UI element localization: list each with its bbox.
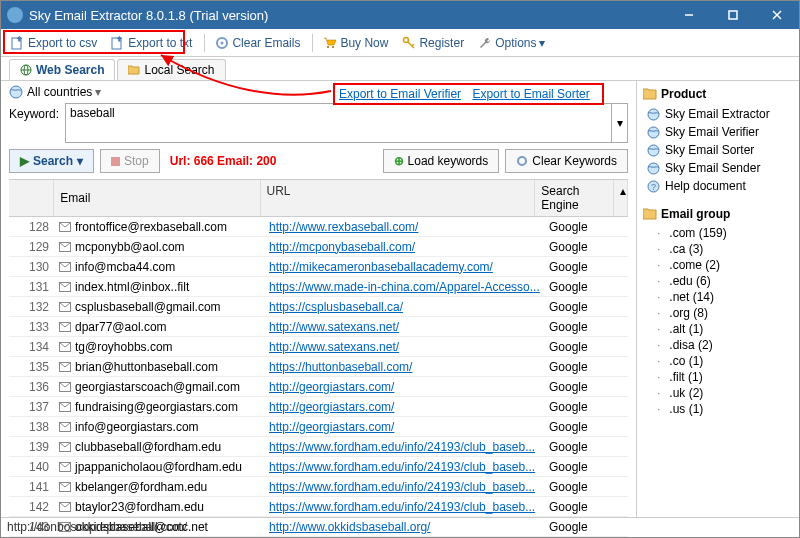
cell-engine: Google [545, 220, 625, 234]
table-row[interactable]: 138info@georgiastars.comhttp://georgiast… [9, 417, 628, 437]
email-group-item[interactable]: .ca (3) [647, 241, 793, 257]
product-item[interactable]: Sky Email Sender [647, 159, 793, 177]
buy-now-button[interactable]: Buy Now [317, 34, 394, 52]
row-number: 141 [9, 480, 55, 494]
email-group-panel-title: Email group [643, 207, 793, 221]
table-row[interactable]: 130info@mcba44.comhttp://mikecameronbase… [9, 257, 628, 277]
product-item[interactable]: Sky Email Extractor [647, 105, 793, 123]
cell-url[interactable]: http://georgiastars.com/ [265, 380, 545, 394]
cell-engine: Google [545, 480, 625, 494]
table-row[interactable]: 142btaylor23@fordham.eduhttps://www.ford… [9, 497, 628, 517]
cell-url[interactable]: https://www.fordham.edu/info/24193/club_… [265, 440, 545, 454]
cell-url[interactable]: https://www.made-in-china.com/Apparel-Ac… [265, 280, 545, 294]
keyword-input[interactable] [65, 103, 612, 143]
minimize-button[interactable] [667, 1, 711, 29]
scroll-up-icon[interactable]: ▴ [614, 180, 628, 216]
cell-email: fundraising@georgiastars.com [55, 400, 265, 414]
table-row[interactable]: 129mcponybb@aol.comhttp://mcponybaseball… [9, 237, 628, 257]
cell-url[interactable]: http://mcponybaseball.com/ [265, 240, 545, 254]
column-email[interactable]: Email [54, 180, 260, 216]
export-to-verifier-link[interactable]: Export to Email Verifier [339, 87, 461, 101]
envelope-icon [59, 482, 71, 492]
register-button[interactable]: Register [396, 34, 470, 52]
column-rownum[interactable] [9, 180, 54, 216]
clear-emails-button[interactable]: Clear Emails [209, 34, 306, 52]
svg-point-17 [518, 157, 526, 165]
table-row[interactable]: 135brian@huttonbaseball.comhttps://hutto… [9, 357, 628, 377]
status-bar: http://donboscoprepbaseball.com/ [1, 517, 799, 537]
column-engine[interactable]: Search Engine [535, 180, 614, 216]
cell-email: frontoffice@rexbaseball.com [55, 220, 265, 234]
table-row[interactable]: 140jpappanicholaou@fordham.eduhttps://ww… [9, 457, 628, 477]
tab-web-search[interactable]: Web Search [9, 59, 115, 80]
cell-engine: Google [545, 400, 625, 414]
cell-engine: Google [545, 420, 625, 434]
clear-keywords-button[interactable]: Clear Keywords [505, 149, 628, 173]
export-txt-button[interactable]: Export to txt [105, 34, 198, 52]
row-number: 139 [9, 440, 55, 454]
keyword-dropdown[interactable]: ▾ [612, 103, 628, 143]
results-grid: Email URL Search Engine ▴ 128frontoffice… [9, 179, 628, 538]
cell-url[interactable]: http://mikecameronbaseballacademy.com/ [265, 260, 545, 274]
table-row[interactable]: 137fundraising@georgiastars.comhttp://ge… [9, 397, 628, 417]
cart-icon [323, 36, 337, 50]
chevron-down-icon: ▾ [617, 116, 623, 130]
cell-url[interactable]: http://georgiastars.com/ [265, 420, 545, 434]
table-row[interactable]: 139clubbaseball@fordham.eduhttps://www.f… [9, 437, 628, 457]
product-item[interactable]: Sky Email Verifier [647, 123, 793, 141]
cell-url[interactable]: https://www.fordham.edu/info/24193/club_… [265, 500, 545, 514]
cell-url[interactable]: https://huttonbaseball.com/ [265, 360, 545, 374]
email-group-item[interactable]: .disa (2) [647, 337, 793, 353]
table-row[interactable]: 132csplusbaseball@gmail.comhttps://csplu… [9, 297, 628, 317]
table-row[interactable]: 131index.html@inbox..filthttps://www.mad… [9, 277, 628, 297]
tab-local-search[interactable]: Local Search [117, 59, 225, 80]
grid-body[interactable]: 128frontoffice@rexbaseball.comhttp://www… [9, 217, 628, 538]
column-url[interactable]: URL [261, 180, 536, 216]
envelope-icon [59, 402, 71, 412]
email-group-item[interactable]: .us (1) [647, 401, 793, 417]
email-group-item[interactable]: .com (159) [647, 225, 793, 241]
stop-button[interactable]: Stop [100, 149, 160, 173]
cell-email: info@georgiastars.com [55, 420, 265, 434]
email-group-item[interactable]: .uk (2) [647, 385, 793, 401]
country-selector[interactable]: All countries [27, 85, 92, 99]
email-group-item[interactable]: .come (2) [647, 257, 793, 273]
close-button[interactable] [755, 1, 799, 29]
email-group-item[interactable]: .filt (1) [647, 369, 793, 385]
search-button[interactable]: ▶ Search ▾ [9, 149, 94, 173]
svg-point-16 [10, 86, 22, 98]
folder-icon [128, 65, 140, 75]
email-group-item[interactable]: .edu (6) [647, 273, 793, 289]
email-group-item[interactable]: .org (8) [647, 305, 793, 321]
load-keywords-button[interactable]: ⊕ Load keywords [383, 149, 500, 173]
cell-url[interactable]: http://georgiastars.com/ [265, 400, 545, 414]
table-row[interactable]: 133dpar77@aol.comhttp://www.satexans.net… [9, 317, 628, 337]
table-row[interactable]: 141kbelanger@fordham.eduhttps://www.ford… [9, 477, 628, 497]
cell-url[interactable]: https://www.fordham.edu/info/24193/club_… [265, 480, 545, 494]
email-group-item[interactable]: .net (14) [647, 289, 793, 305]
svg-rect-1 [729, 11, 737, 19]
cell-url[interactable]: https://www.fordham.edu/info/24193/club_… [265, 460, 545, 474]
plus-icon: ⊕ [394, 154, 404, 168]
options-button[interactable]: Options ▾ [472, 34, 551, 52]
envelope-icon [59, 362, 71, 372]
product-item[interactable]: Sky Email Sorter [647, 141, 793, 159]
cell-url[interactable]: https://csplusbaseball.ca/ [265, 300, 545, 314]
envelope-icon [59, 222, 71, 232]
cell-url[interactable]: http://www.rexbaseball.com/ [265, 220, 545, 234]
table-row[interactable]: 136georgiastarscoach@gmail.comhttp://geo… [9, 377, 628, 397]
product-item[interactable]: ?Help document [647, 177, 793, 195]
cell-url[interactable]: http://www.satexans.net/ [265, 320, 545, 334]
play-icon: ▶ [20, 154, 29, 168]
email-group-item[interactable]: .co (1) [647, 353, 793, 369]
export-to-sorter-link[interactable]: Export to Email Sorter [472, 87, 589, 101]
email-group-item[interactable]: .alt (1) [647, 321, 793, 337]
export-csv-icon [11, 36, 25, 50]
cell-engine: Google [545, 360, 625, 374]
maximize-button[interactable] [711, 1, 755, 29]
table-row[interactable]: 134tg@royhobbs.comhttp://www.satexans.ne… [9, 337, 628, 357]
export-csv-button[interactable]: Export to csv [5, 34, 103, 52]
cell-engine: Google [545, 320, 625, 334]
cell-url[interactable]: http://www.satexans.net/ [265, 340, 545, 354]
table-row[interactable]: 128frontoffice@rexbaseball.comhttp://www… [9, 217, 628, 237]
